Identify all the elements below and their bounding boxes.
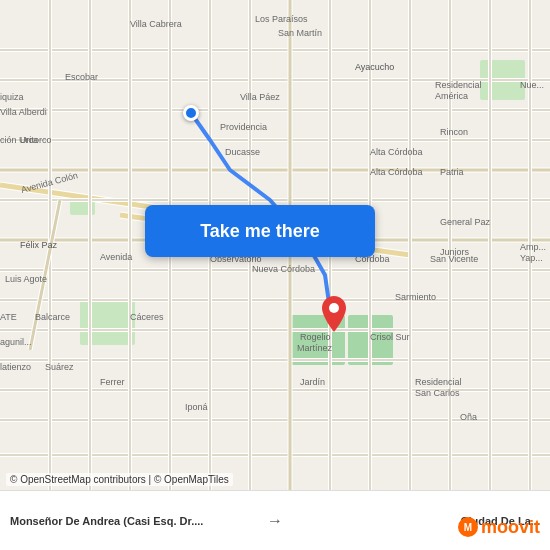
bottom-bar: Monseñor De Andrea (Casi Esq. Dr.... → C… (0, 490, 550, 550)
svg-text:América: América (435, 91, 468, 101)
svg-text:Avenida: Avenida (100, 252, 132, 262)
svg-text:Félix Paz: Félix Paz (20, 240, 58, 250)
svg-text:Oña: Oña (460, 412, 477, 422)
svg-text:General Paz: General Paz (440, 217, 491, 227)
svg-text:Martínez: Martínez (297, 343, 333, 353)
svg-text:Cáceres: Cáceres (130, 312, 164, 322)
origin-marker (183, 105, 199, 121)
route-from-label: Monseñor De Andrea (Casi Esq. Dr.... (10, 515, 259, 527)
svg-text:Jardín: Jardín (300, 377, 325, 387)
svg-text:Suárez: Suárez (45, 362, 74, 372)
svg-text:Escobar: Escobar (65, 72, 98, 82)
svg-text:latienzo: latienzo (0, 362, 31, 372)
svg-text:agunil...: agunil... (0, 337, 32, 347)
svg-text:Rincon: Rincon (440, 127, 468, 137)
map-attribution: © OpenStreetMap contributors | © OpenMap… (6, 473, 233, 486)
svg-text:Providencia: Providencia (220, 122, 267, 132)
moovit-logo-icon: M (457, 516, 479, 538)
svg-text:Patria: Patria (440, 167, 464, 177)
svg-text:iquiza: iquiza (0, 92, 24, 102)
svg-text:ATE: ATE (0, 312, 17, 322)
svg-text:Residencial: Residencial (435, 80, 482, 90)
svg-text:Amp...: Amp... (520, 242, 546, 252)
svg-text:Iponá: Iponá (185, 402, 208, 412)
svg-text:Alta Córdoba: Alta Córdoba (370, 167, 423, 177)
svg-text:San Martín: San Martín (278, 28, 322, 38)
destination-marker (320, 296, 348, 336)
svg-text:Los Paraísos: Los Paraísos (255, 14, 308, 24)
svg-text:Nue...: Nue... (520, 80, 544, 90)
route-arrow-icon: → (267, 512, 283, 530)
svg-text:Ferrer: Ferrer (100, 377, 125, 387)
svg-text:Crisol Sur: Crisol Sur (370, 332, 410, 342)
svg-text:ción Urca: ción Urca (0, 135, 38, 145)
svg-text:Villa Alberdi: Villa Alberdi (0, 107, 47, 117)
map-container: Villa Cabrera Los Paraísos San Martín Av… (0, 0, 550, 490)
svg-text:Balcarce: Balcarce (35, 312, 70, 322)
svg-text:San Carlos: San Carlos (415, 388, 460, 398)
svg-text:Villa Cabrera: Villa Cabrera (130, 19, 182, 29)
svg-text:Ayacucho: Ayacucho (355, 62, 394, 72)
svg-text:Nueva Córdoba: Nueva Córdoba (252, 264, 315, 274)
svg-text:Luis Agote: Luis Agote (5, 274, 47, 284)
svg-text:M: M (464, 522, 472, 533)
svg-text:Ducasse: Ducasse (225, 147, 260, 157)
svg-text:Juniors: Juniors (440, 247, 470, 257)
svg-text:Alta Córdoba: Alta Córdoba (370, 147, 423, 157)
svg-text:Residencial: Residencial (415, 377, 462, 387)
moovit-logo-text: moovit (481, 517, 540, 538)
svg-point-114 (329, 303, 339, 313)
take-me-there-button[interactable]: Take me there (145, 205, 375, 257)
svg-text:Sarmiento: Sarmiento (395, 292, 436, 302)
moovit-logo: M moovit (457, 516, 540, 538)
svg-text:Yap...: Yap... (520, 253, 543, 263)
svg-text:Villa Páez: Villa Páez (240, 92, 280, 102)
